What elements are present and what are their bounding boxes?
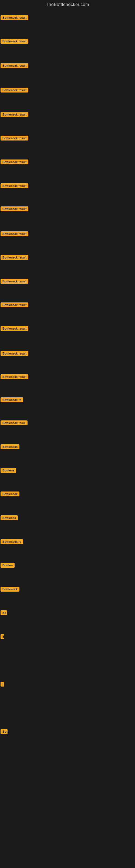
bottleneck-badge: Bottleneck result (1, 112, 28, 117)
bottleneck-badge: Bottleneck re (1, 397, 23, 402)
bottleneck-badge: Bottlene (1, 468, 16, 473)
bottleneck-badge: Bottleneck result (1, 39, 28, 44)
bottleneck-result-item[interactable]: Bottleneck result (1, 374, 28, 380)
bottleneck-badge: Bottleneck result (1, 279, 28, 284)
bottleneck-badge: Bottleneck result (1, 326, 28, 331)
bottleneck-result-item[interactable]: Bottleneck result (1, 63, 28, 69)
bottleneck-badge: Bo (1, 610, 7, 615)
bottleneck-result-item[interactable]: Bottleneck result (1, 135, 28, 142)
bottleneck-badge: Bottleneck result (1, 303, 28, 307)
bottleneck-badge: Bottleneck result (1, 159, 28, 164)
bottleneck-badge: Bottleneck (1, 587, 19, 592)
bottleneck-badge: Bottleneck result (1, 15, 28, 20)
bottleneck-badge: Bottlenec (1, 516, 18, 520)
bottleneck-result-item[interactable]: Bottleneck result (1, 207, 28, 212)
bottleneck-badge: Bottleneck result (1, 183, 28, 188)
bottleneck-result-item[interactable]: Bo (1, 610, 7, 616)
bottleneck-result-item[interactable]: Bottleneck resul (1, 421, 28, 426)
site-title: TheBottlenecker.com (0, 0, 135, 9)
bottleneck-result-item[interactable]: Bottleneck (1, 492, 19, 497)
bottleneck-badge: Bottleneck (1, 492, 19, 496)
bottleneck-badge: Bottleneck result (1, 374, 28, 379)
bottleneck-badge: Bottleneck result (1, 88, 28, 93)
bottleneck-result-item[interactable]: Bottleneck result (1, 351, 28, 357)
bottleneck-result-item[interactable]: Bottleneck re (1, 539, 23, 545)
bottleneck-badge: Bottleneck result (1, 63, 28, 68)
bottleneck-badge: Bottleneck re (1, 539, 23, 544)
bottleneck-badge: Bottleneck result (1, 255, 28, 260)
bottleneck-result-item[interactable]: Bottleneck result (1, 326, 28, 332)
bottleneck-badge: Bottlen (1, 563, 14, 568)
bottleneck-result-item[interactable]: Bottleneck (1, 444, 19, 450)
bottleneck-badge: B (1, 634, 4, 639)
bottleneck-result-item[interactable]: Bottleneck (1, 587, 19, 593)
bottleneck-result-item[interactable]: Bottleneck result (1, 255, 28, 261)
bottleneck-result-item[interactable]: Bottleneck result (1, 303, 28, 308)
bottleneck-badge: Bot (1, 729, 8, 734)
bottleneck-badge: Bottleneck result (1, 351, 28, 356)
bottleneck-result-item[interactable]: | (1, 682, 4, 688)
bottleneck-result-item[interactable]: Bottleneck result (1, 15, 28, 21)
bottleneck-result-item[interactable]: Bot (1, 729, 8, 735)
bottleneck-result-item[interactable]: Bottleneck result (1, 183, 28, 189)
bottleneck-badge: Bottleneck (1, 444, 19, 449)
bottleneck-badge: Bottleneck resul (1, 421, 28, 425)
bottleneck-result-item[interactable]: Bottlen (1, 563, 14, 569)
bottleneck-badge: Bottleneck result (1, 135, 28, 141)
bottleneck-result-item[interactable]: Bottleneck result (1, 39, 28, 45)
bottleneck-result-item[interactable]: Bottlene (1, 468, 16, 474)
bottleneck-result-item[interactable]: Bottlenec (1, 516, 18, 521)
bottleneck-result-item[interactable]: Bottleneck result (1, 231, 28, 237)
bottleneck-result-item[interactable]: B (1, 634, 4, 640)
bottleneck-badge: Bottleneck result (1, 231, 28, 236)
bottleneck-result-item[interactable]: Bottleneck result (1, 159, 28, 165)
bottleneck-badge: Bottleneck result (1, 207, 28, 211)
bottleneck-result-item[interactable]: Bottleneck result (1, 88, 28, 94)
bottleneck-result-item[interactable]: Bottleneck re (1, 397, 23, 403)
bottleneck-result-item[interactable]: Bottleneck result (1, 279, 28, 285)
bottleneck-badge: | (1, 682, 4, 686)
bottleneck-result-item[interactable]: Bottleneck result (1, 112, 28, 118)
